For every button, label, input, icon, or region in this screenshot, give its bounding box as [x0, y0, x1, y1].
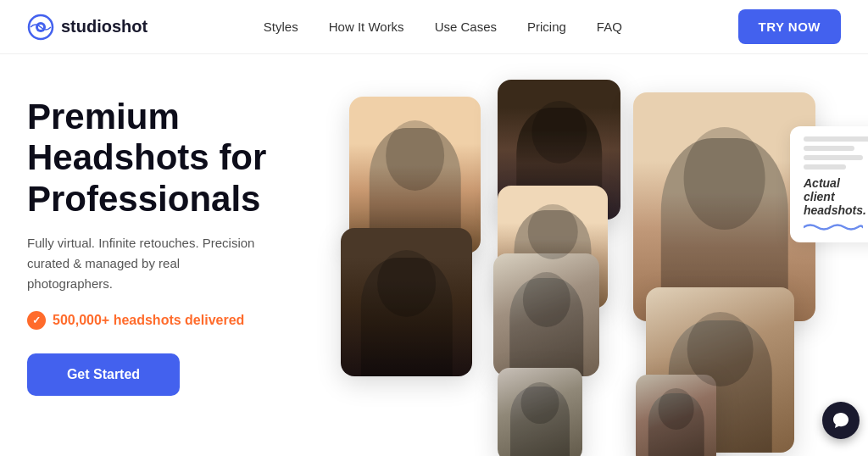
logo[interactable]: studioshot	[27, 14, 147, 41]
photo-card-8	[498, 368, 582, 456]
nav-link-use-cases[interactable]: Use Cases	[435, 19, 497, 34]
hero-subtitle: Fully virtual. Infinite retouches. Preci…	[27, 233, 264, 294]
stats-text: 500,000+ headshots delivered	[53, 313, 244, 328]
nav-item-pricing[interactable]: Pricing	[527, 19, 566, 35]
nav-links: Styles How It Works Use Cases Pricing FA…	[264, 19, 622, 35]
nav-item-styles[interactable]: Styles	[264, 19, 298, 35]
hero-title: Premium Headshots for Professionals	[27, 97, 315, 220]
nav-link-pricing[interactable]: Pricing	[527, 19, 566, 34]
annotation-line-2	[804, 146, 854, 151]
stats-badge: ✓ 500,000+ headshots delivered	[27, 311, 315, 330]
annotation-lines	[804, 136, 868, 170]
hero-title-line1: Premium	[27, 97, 180, 136]
photo-card-9	[636, 375, 716, 456]
nav-item-faq[interactable]: FAQ	[597, 19, 622, 35]
annotation-card: Actual client headshots.	[790, 126, 868, 242]
nav-link-faq[interactable]: FAQ	[597, 19, 622, 34]
hero-photo-grid: Actual client headshots.	[315, 80, 841, 456]
nav-item-use-cases[interactable]: Use Cases	[435, 19, 497, 35]
photo-card-4	[341, 228, 472, 376]
hero-title-line2: Headshots for	[27, 137, 266, 177]
check-circle-icon: ✓	[27, 311, 46, 330]
logo-icon	[27, 14, 54, 41]
annotation-text: Actual client headshots.	[804, 176, 868, 217]
photo-card-5	[493, 253, 599, 376]
squiggle-icon	[804, 222, 868, 232]
annotation-line-1	[804, 136, 868, 142]
nav-link-how-it-works[interactable]: How It Works	[329, 19, 404, 34]
nav-link-styles[interactable]: Styles	[264, 19, 298, 34]
chat-bubble-button[interactable]	[822, 402, 860, 439]
hero-cta-button[interactable]: Get Started	[27, 353, 180, 396]
navbar: studioshot Styles How It Works Use Cases…	[0, 0, 868, 54]
annotation-line-3	[804, 155, 863, 160]
nav-item-how-it-works[interactable]: How It Works	[329, 19, 404, 35]
hero-left: Premium Headshots for Professionals Full…	[27, 80, 315, 396]
annotation-line-4	[804, 164, 846, 170]
hero-section: Premium Headshots for Professionals Full…	[0, 54, 868, 456]
try-now-button[interactable]: TRY NOW	[738, 9, 842, 44]
logo-text: studioshot	[61, 17, 147, 36]
hero-title-line3: Professionals	[27, 179, 260, 219]
